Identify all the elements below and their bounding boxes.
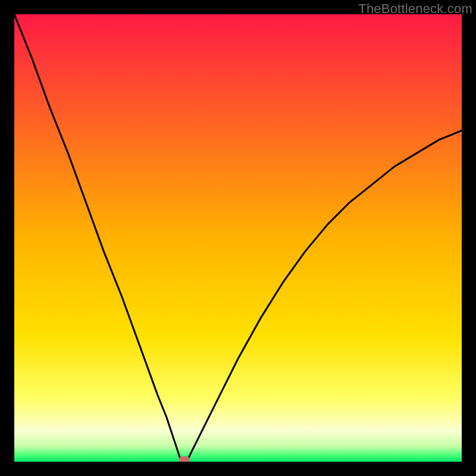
chart-background: [14, 14, 462, 462]
optimal-point-marker: [179, 456, 190, 462]
bottleneck-chart: [14, 14, 462, 462]
chart-frame: [14, 14, 462, 462]
watermark-text: TheBottleneck.com: [358, 1, 472, 17]
